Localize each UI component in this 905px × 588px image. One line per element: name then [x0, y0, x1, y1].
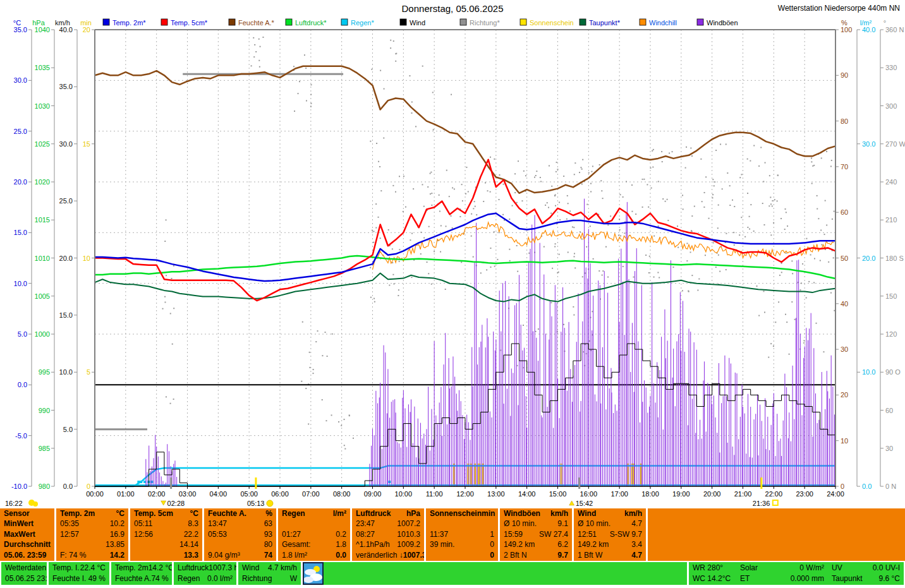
- svg-text:21:36: 21:36: [753, 500, 770, 507]
- status-row: Wetterdaten: [1, 563, 47, 573]
- svg-text:10: 10: [841, 437, 848, 445]
- svg-text:Feuchte A.*: Feuchte A.*: [238, 19, 275, 27]
- svg-text:18:00: 18:00: [641, 490, 659, 498]
- table-row: [426, 519, 498, 529]
- table-row: Feuchte A.%: [204, 508, 276, 519]
- svg-text:10.0: 10.0: [59, 368, 73, 376]
- svg-text:14:00: 14:00: [518, 490, 536, 498]
- table-cell: Feuchte A.: [208, 508, 246, 519]
- table-row: Windkm/h: [574, 508, 646, 519]
- status-row: ET0.000 mm: [736, 573, 828, 584]
- table-row: MaxWert: [0, 529, 54, 539]
- svg-text:11:00: 11:00: [426, 490, 443, 498]
- svg-text:10: 10: [83, 255, 90, 262]
- svg-text:22:00: 22:00: [765, 490, 783, 498]
- table-cell: 13.3: [184, 550, 198, 560]
- status-value: 0.0 l/m²: [207, 573, 233, 584]
- svg-text:Luftdruck*: Luftdruck*: [295, 19, 327, 27]
- svg-text:1010: 1010: [35, 255, 50, 262]
- svg-text:09:00: 09:00: [364, 490, 382, 498]
- svg-text:Regen*: Regen*: [351, 19, 374, 27]
- status-value: 14.2 °C: [149, 563, 172, 573]
- table-row: veränderlich ↓1007.3: [352, 550, 424, 560]
- table-row: 15:59SW 27.4: [500, 529, 572, 539]
- svg-text:60: 60: [841, 208, 848, 216]
- table-cell: °C: [116, 508, 125, 519]
- table-cell: 14.2: [110, 550, 125, 560]
- table-row: 05:3510.2: [56, 519, 128, 529]
- table-cell: 74: [264, 550, 272, 560]
- status-value: 22.4 °C: [80, 563, 106, 573]
- status-label: Taupunkt: [832, 573, 863, 584]
- table-row: 23:471007.2: [352, 519, 424, 529]
- weather-icon: [303, 562, 324, 585]
- status-row: Solar0 W/m²: [736, 563, 828, 573]
- legend-item: Taupunkt*: [580, 19, 621, 27]
- svg-text:60: 60: [885, 407, 893, 414]
- svg-text:240: 240: [885, 178, 897, 186]
- table-cell: Luftdruck: [356, 508, 391, 519]
- svg-text:0: 0: [87, 483, 90, 490]
- status-value: 0.000 mm: [791, 573, 824, 584]
- svg-text:Taupunkt*: Taupunkt*: [589, 19, 621, 27]
- svg-text:1000: 1000: [35, 330, 50, 338]
- status-value: 1007.3 hPa: [209, 563, 236, 573]
- table-cell: 11:37: [430, 529, 448, 539]
- table-cell: 05:11: [134, 519, 152, 529]
- table-row: 12:5622.2: [130, 529, 202, 539]
- table-row: [278, 519, 350, 529]
- corner-marker: 16:22: [5, 500, 38, 507]
- sensor-table: SensorMinWertMaxWertDurchschnitt05.06. 2…: [0, 508, 905, 561]
- svg-text:30.0: 30.0: [59, 140, 73, 148]
- status-value: 4.7 km/h: [268, 563, 297, 573]
- table-cell: 9.1: [557, 519, 568, 529]
- svg-text:995: 995: [39, 368, 50, 376]
- table-cell: 12:51: [578, 529, 597, 539]
- table-row: Temp. 5cm°C: [130, 508, 202, 519]
- table-cell: 80: [264, 539, 272, 549]
- table-cell: MinWert: [4, 519, 33, 529]
- table-cell: 1010.3: [397, 529, 420, 539]
- table-cell: 63: [264, 519, 272, 529]
- x-axis-labels: 00:0001:0002:0003:0004:0005:0006:0007:00…: [86, 486, 844, 498]
- svg-text:50: 50: [841, 255, 848, 262]
- table-cell: 0: [490, 539, 494, 549]
- svg-text:150: 150: [885, 292, 897, 300]
- table-cell: 0.0: [336, 550, 346, 560]
- table-column-sensor: SensorMinWertMaxWertDurchschnitt05.06. 2…: [0, 508, 54, 561]
- status-row: Feuchte I.49 %: [49, 573, 109, 584]
- svg-text:24:00: 24:00: [827, 490, 844, 498]
- svg-text:0 N: 0 N: [885, 483, 896, 490]
- svg-text:25.0: 25.0: [59, 197, 73, 205]
- table-row: Windböenkm/h: [500, 508, 572, 519]
- svg-text:08:00: 08:00: [333, 490, 351, 498]
- table-cell: SW 27.4: [539, 529, 568, 539]
- status-group: Wetterdaten05.06.25 23:59: [1, 562, 47, 585]
- table-cell: 10.2: [110, 519, 125, 529]
- svg-text:100: 100: [841, 26, 852, 33]
- status-filler: [324, 562, 687, 585]
- svg-text:1040: 1040: [35, 26, 50, 33]
- svg-text:25.0: 25.0: [14, 128, 27, 135]
- status-group: Temp. 2m14.2 °CFeuchte A.74 %: [111, 562, 172, 585]
- table-cell: 9.04 g/m³: [208, 550, 240, 560]
- table-column: Feuchte A.%13:476305:5393809.04 g/m³74: [204, 508, 276, 561]
- table-cell: 13.85: [106, 539, 125, 549]
- svg-text:12:00: 12:00: [456, 490, 474, 498]
- table-cell: km/h: [550, 508, 568, 519]
- status-group: Wind4.7 km/hRichtungW: [238, 562, 301, 585]
- table-row: Sonnenscheinmin: [426, 508, 498, 519]
- table-cell: 1 Bft W: [578, 550, 602, 560]
- svg-text:00:00: 00:00: [86, 490, 104, 498]
- status-value: 0.0 UV-I: [873, 563, 900, 573]
- svg-text:20.0: 20.0: [59, 255, 73, 262]
- table-row: 149.2 km3.4: [574, 539, 646, 549]
- svg-text:180 S: 180 S: [885, 255, 904, 262]
- status-row: Temp. I.22.4 °C: [49, 563, 109, 573]
- legend-item: Sonnenschein: [520, 19, 574, 27]
- svg-text:15: 15: [83, 140, 90, 148]
- status-bar: Wetterdaten05.06.25 23:59Temp. I.22.4 °C…: [0, 562, 905, 585]
- svg-text:300: 300: [885, 102, 897, 110]
- status-value: W: [290, 573, 297, 584]
- table-cell: 93: [264, 529, 272, 539]
